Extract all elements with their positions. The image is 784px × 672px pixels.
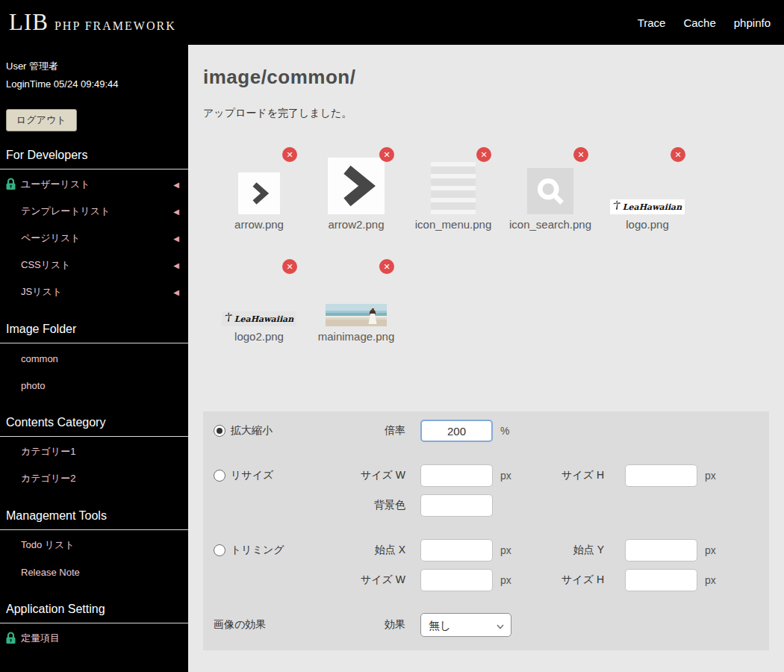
- beach-photo-image[interactable]: [326, 304, 387, 326]
- sidebar-item-label: カテゴリー1: [21, 445, 75, 458]
- px-unit: px: [500, 574, 526, 586]
- resize-radio[interactable]: [214, 470, 225, 482]
- px-unit: px: [500, 544, 526, 556]
- scale-radio-label: 拡大縮小: [231, 424, 273, 438]
- sidebar-item-label: ユーザーリスト: [21, 178, 90, 191]
- effect-select[interactable]: 無し: [420, 613, 511, 637]
- resize-h-input[interactable]: [625, 464, 697, 487]
- chevron-left-icon: ◀: [173, 181, 179, 189]
- px-unit: px: [705, 544, 730, 556]
- search-image[interactable]: [527, 168, 573, 214]
- thumbnail-filename[interactable]: icon_search.png: [502, 217, 599, 231]
- sidebar-item-label: カテゴリー2: [21, 472, 75, 485]
- resize-h-label: サイズ H: [526, 469, 604, 482]
- resize-row-2: 背景色: [203, 491, 769, 520]
- nav-link-phpinfo[interactable]: phpinfo: [734, 16, 771, 29]
- trim-radio-label: トリミング: [231, 544, 284, 557]
- logo-sub-text: PHP FRAMEWORK: [55, 19, 176, 33]
- top-nav: Trace Cache phpinfo: [638, 16, 771, 29]
- logo2-image[interactable]: LeaHawaiian: [222, 311, 296, 326]
- delete-icon[interactable]: ✕: [282, 259, 297, 274]
- bg-color-label: 背景色: [359, 499, 405, 512]
- sidebar-item-category-2[interactable]: カテゴリー2: [0, 465, 188, 492]
- logout-button[interactable]: ログアウト: [6, 109, 77, 131]
- trim-h-input[interactable]: [625, 569, 697, 591]
- ratio-input[interactable]: [420, 420, 493, 442]
- resize-w-input[interactable]: [420, 464, 493, 487]
- login-time: LoginTime 05/24 09:49:44: [6, 78, 188, 90]
- bg-color-input[interactable]: [420, 494, 493, 517]
- thumbnail-icon-search: ✕ icon_search.png: [502, 147, 599, 259]
- main-content: image/common/ アップロードを完了しました。 ✕ arrow.png…: [188, 45, 784, 672]
- thumbnail-filename[interactable]: mainimage.png: [308, 329, 405, 343]
- resize-radio-label: リサイズ: [231, 469, 273, 482]
- sidebar-item-label: JSリスト: [21, 285, 62, 299]
- nav-link-trace[interactable]: Trace: [638, 16, 666, 29]
- sidebar-item-css-list[interactable]: CSSリスト ◀: [0, 252, 188, 279]
- sidebar-item-release-note[interactable]: Release Note: [0, 559, 188, 585]
- chevron-left-icon: ◀: [173, 261, 179, 270]
- delete-icon[interactable]: ✕: [379, 147, 394, 162]
- scale-radio[interactable]: [214, 425, 225, 437]
- section-title-application-setting: Application Setting: [0, 603, 188, 623]
- sidebar-item-common[interactable]: common: [0, 345, 188, 372]
- sidebar-item-label: Release Note: [21, 567, 80, 578]
- thumbnail-filename[interactable]: logo2.png: [211, 329, 308, 343]
- trim-w-label: サイズ W: [359, 573, 405, 587]
- sidebar-item-template-list[interactable]: テンプレートリスト ◀: [0, 198, 188, 225]
- delete-icon[interactable]: ✕: [379, 259, 394, 274]
- thumbnail-arrow: ✕ arrow.png: [211, 147, 308, 259]
- chevron-left-icon: ◀: [173, 288, 179, 296]
- trim-row-2: サイズ W px サイズ H px: [203, 565, 769, 595]
- logo-text: LeaHawaiian: [234, 314, 293, 324]
- sidebar-item-user-list[interactable]: ユーザーリスト ◀: [0, 171, 188, 198]
- px-unit: px: [705, 574, 730, 586]
- chevron-left-icon: ◀: [173, 208, 179, 216]
- trim-radio[interactable]: [214, 544, 225, 556]
- sidebar-item-category-1[interactable]: カテゴリー1: [0, 438, 188, 465]
- app-logo[interactable]: LIB PHP FRAMEWORK: [9, 9, 176, 36]
- section-title-contents-category: Contents Category: [0, 416, 188, 437]
- thumbnail-filename[interactable]: logo.png: [599, 217, 696, 231]
- menu-image[interactable]: [431, 162, 476, 214]
- delete-icon[interactable]: ✕: [476, 147, 491, 162]
- arrow2-image[interactable]: [328, 158, 385, 214]
- arrow-image[interactable]: [238, 172, 280, 214]
- sidebar-item-label: photo: [21, 380, 46, 391]
- nav-link-cache[interactable]: Cache: [683, 16, 715, 29]
- sidebar-item-page-list[interactable]: ページリスト ◀: [0, 225, 188, 252]
- image-edit-form: 拡大縮小 倍率 % リサイズ サイズ W px サイズ H px 背景色: [203, 411, 769, 650]
- thumbnail-logo: ✕ LeaHawaiian logo.png: [599, 147, 696, 259]
- thumbnail-icon-menu: ✕ icon_menu.png: [405, 147, 502, 259]
- trim-w-input[interactable]: [420, 569, 493, 591]
- sidebar-item-label: common: [21, 353, 58, 364]
- sidebar-item-label: テンプレートリスト: [21, 205, 110, 218]
- sidebar-item-todo-list[interactable]: Todo リスト: [0, 532, 188, 559]
- chevron-left-icon: ◀: [173, 234, 179, 243]
- sidebar-item-js-list[interactable]: JSリスト ◀: [0, 279, 188, 305]
- trim-y-input[interactable]: [625, 539, 697, 561]
- trim-x-input[interactable]: [420, 539, 493, 561]
- delete-icon[interactable]: ✕: [671, 147, 685, 162]
- page-title: image/common/: [203, 66, 769, 89]
- delete-icon[interactable]: ✕: [573, 147, 588, 162]
- sidebar-item-quantitative[interactable]: 定量項目: [0, 625, 188, 652]
- logo-image[interactable]: LeaHawaiian: [610, 199, 685, 214]
- sidebar-item-label: ページリスト: [21, 231, 81, 245]
- trim-y-label: 始点 Y: [526, 544, 604, 557]
- sidebar-item-photo[interactable]: photo: [0, 372, 188, 399]
- thumbnail-filename[interactable]: arrow.png: [211, 217, 308, 231]
- px-unit: px: [500, 470, 526, 482]
- section-title-for-developers: For Developers: [0, 149, 188, 169]
- thumbnail-mainimage: ✕ mainimage.png: [308, 259, 405, 371]
- trim-x-label: 始点 X: [359, 544, 405, 557]
- thumbnail-filename[interactable]: arrow2.png: [308, 217, 405, 231]
- sidebar-item-label: 定量項目: [21, 632, 60, 645]
- thumbnail-logo2: ✕ LeaHawaiian logo2.png: [211, 259, 308, 371]
- resize-w-label: サイズ W: [359, 469, 405, 482]
- trim-h-label: サイズ H: [526, 573, 604, 587]
- thumbnail-filename[interactable]: icon_menu.png: [405, 217, 502, 231]
- effect-section-label: 画像の効果: [214, 618, 266, 632]
- thumbnail-arrow2: ✕ arrow2.png: [308, 147, 405, 259]
- delete-icon[interactable]: ✕: [282, 147, 297, 162]
